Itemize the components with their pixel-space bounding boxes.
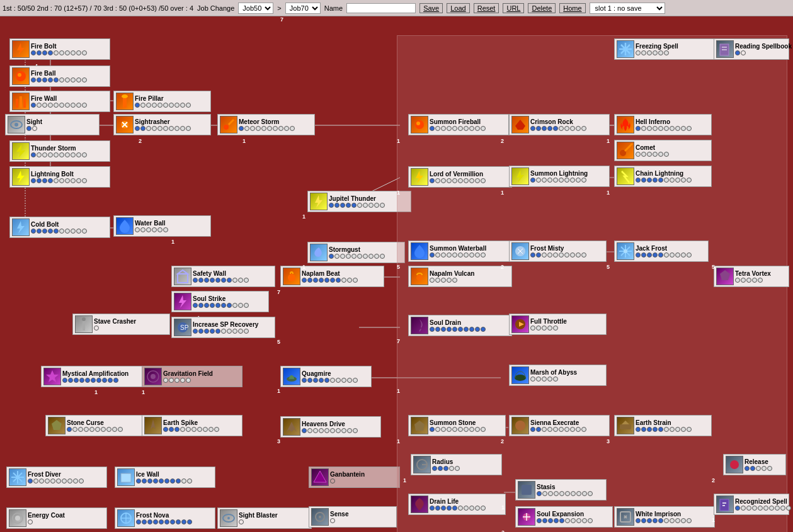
svg-rect-30 bbox=[23, 99, 26, 108]
skill-increase-sp[interactable]: SP Increase SP Recovery bbox=[171, 317, 275, 338]
skill-summon-lightning[interactable]: Summon Lightning bbox=[509, 166, 610, 187]
skill-drain-life[interactable]: Drain Life bbox=[408, 494, 506, 515]
skill-summon-stone[interactable]: Summon Stone bbox=[408, 415, 506, 436]
skill-sight[interactable]: Sight bbox=[5, 114, 100, 135]
skill-icon-release bbox=[726, 456, 743, 473]
skill-icon-frost-diver bbox=[9, 468, 26, 486]
svg-point-43 bbox=[122, 94, 128, 98]
skill-icon-soul-strike bbox=[174, 293, 191, 310]
save-button[interactable]: Save bbox=[419, 3, 443, 13]
skill-recognized-spell[interactable]: Recognized Spell bbox=[714, 494, 789, 515]
svg-point-83 bbox=[515, 375, 526, 381]
svg-rect-28 bbox=[16, 99, 18, 108]
skill-icon-stone-curse bbox=[48, 417, 66, 434]
skill-soul-strike[interactable]: Soul Strike bbox=[171, 291, 269, 312]
skill-mystical-amp[interactable]: Mystical Amplification bbox=[41, 366, 154, 387]
skill-reading-spellbook[interactable]: Reading Spellbook bbox=[714, 38, 789, 60]
skill-soul-expansion[interactable]: Soul Expansion bbox=[515, 506, 613, 528]
skill-stasis[interactable]: Stasis bbox=[515, 479, 607, 501]
skill-comet[interactable]: Comet bbox=[614, 140, 712, 161]
svg-marker-87 bbox=[622, 421, 629, 424]
skill-release[interactable]: Release bbox=[723, 454, 786, 475]
svg-marker-35 bbox=[17, 221, 25, 234]
job-from-select[interactable]: Job50 bbox=[238, 3, 273, 14]
url-button[interactable]: URL bbox=[503, 3, 524, 13]
skill-jack-frost[interactable]: Jack Frost bbox=[614, 241, 709, 262]
skill-icon-mystical-amp bbox=[43, 368, 61, 385]
skill-safety-wall[interactable]: Safety Wall bbox=[171, 266, 275, 287]
skill-ice-wall[interactable]: Ice Wall bbox=[115, 467, 215, 488]
skill-chain-lightning[interactable]: Chain Lightning bbox=[614, 166, 712, 187]
skill-freezing-spell[interactable]: Freezing Spell bbox=[614, 38, 715, 60]
skill-ganbantein[interactable]: Ganbantein bbox=[309, 467, 400, 488]
svg-marker-25 bbox=[17, 43, 25, 55]
delete-button[interactable]: Delete bbox=[528, 3, 556, 13]
skill-full-throttle[interactable]: Full Throttle bbox=[509, 314, 607, 335]
skill-icon-frost-nova bbox=[117, 509, 135, 527]
skill-fire-pillar[interactable]: Fire Pillar bbox=[113, 91, 211, 112]
svg-point-57 bbox=[227, 517, 230, 519]
load-button[interactable]: Load bbox=[447, 3, 469, 13]
name-input[interactable] bbox=[346, 3, 416, 13]
skill-crimson-rock[interactable]: Crimson Rock bbox=[509, 114, 610, 135]
skill-summon-waterball[interactable]: Summon Waterball bbox=[408, 241, 512, 262]
skill-stormgust[interactable]: Stormgust bbox=[307, 242, 405, 263]
skill-tetra-vortex[interactable]: Tetra Vortex bbox=[714, 266, 789, 287]
svg-rect-29 bbox=[20, 96, 22, 108]
skill-naplam-beat[interactable]: Naplam Beat bbox=[280, 266, 384, 287]
skill-meteor-storm[interactable]: Meteor Storm bbox=[217, 114, 315, 135]
skill-marsh-abyss[interactable]: Marsh of Abyss bbox=[509, 365, 607, 386]
skill-icon-sienna-execrate bbox=[511, 417, 529, 434]
skill-icon-fire-wall bbox=[12, 93, 30, 110]
job-to-select[interactable]: Job70 bbox=[285, 3, 321, 14]
skill-soul-drain[interactable]: Soul Drain bbox=[408, 315, 512, 336]
skill-stone-curse[interactable]: Stone Curse bbox=[45, 415, 143, 436]
skill-radius[interactable]: Radius bbox=[411, 454, 502, 475]
skill-frost-misty[interactable]: Frost Misty bbox=[509, 241, 607, 262]
skill-stave-crasher[interactable]: Stave Crasher bbox=[72, 314, 170, 335]
reset-button[interactable]: Reset bbox=[474, 3, 499, 13]
skill-frost-diver[interactable]: Frost Diver bbox=[6, 467, 107, 488]
skill-icon-hell-inferno bbox=[617, 116, 634, 133]
slot-select[interactable]: slot 1 : no save bbox=[590, 3, 665, 14]
skill-icon-recognized-spell bbox=[716, 495, 734, 513]
skill-quagmire[interactable]: Quagmire bbox=[280, 366, 372, 387]
skill-icon-lightning-bolt bbox=[12, 168, 30, 186]
skill-icon-jack-frost bbox=[617, 242, 634, 260]
skill-summon-fireball[interactable]: Summon Fireball bbox=[408, 114, 509, 135]
skill-hell-inferno[interactable]: Hell Inferno bbox=[614, 114, 712, 135]
skill-thunder-storm[interactable]: Thunder Storm bbox=[9, 140, 110, 162]
svg-marker-46 bbox=[178, 270, 188, 274]
skill-white-imprison[interactable]: White Imprison bbox=[614, 506, 715, 528]
skill-energy-coat[interactable]: Energy Coat bbox=[6, 507, 107, 529]
skill-heavens-drive[interactable]: Heavens Drive bbox=[280, 416, 381, 438]
skill-cold-bolt[interactable]: Cold Bolt bbox=[9, 217, 110, 238]
skill-jupitel-thunder[interactable]: Jupitel Thunder bbox=[307, 191, 411, 212]
skill-water-ball[interactable]: Water Ball bbox=[113, 215, 211, 237]
skill-fire-ball[interactable]: Fire Ball bbox=[9, 65, 110, 87]
skill-icon-sightrasher bbox=[116, 116, 134, 133]
skill-sight-blaster[interactable]: Sight Blaster bbox=[217, 507, 312, 529]
skill-icon-reading-spellbook bbox=[716, 40, 734, 58]
skill-sense[interactable]: Sense bbox=[309, 506, 397, 528]
skill-icon-marsh-abyss bbox=[511, 366, 529, 384]
skill-earth-spike[interactable]: Earth Spike bbox=[142, 415, 242, 436]
skill-earth-strain[interactable]: Earth Strain bbox=[614, 415, 712, 436]
skill-napalm-vulcan[interactable]: Napalm Vulcan bbox=[408, 266, 512, 287]
skill-lightning-bolt[interactable]: Lightning Bolt bbox=[9, 166, 110, 188]
svg-marker-65 bbox=[314, 471, 326, 482]
skill-sightrasher[interactable]: Sightrasher bbox=[113, 114, 211, 135]
home-button[interactable]: Home bbox=[559, 3, 585, 13]
skill-fire-wall[interactable]: Fire Wall bbox=[9, 91, 110, 112]
skill-fire-bolt[interactable]: Fire Bolt bbox=[9, 38, 110, 60]
skill-sienna-execrate[interactable]: Sienna Execrate bbox=[509, 415, 610, 436]
skill-lord-vermillion[interactable]: Lord of Vermillion bbox=[408, 166, 512, 188]
svg-point-27 bbox=[18, 73, 21, 77]
skill-icon-fire-pillar bbox=[116, 93, 134, 110]
skill-icon-chain-lightning bbox=[617, 167, 634, 185]
skill-icon-earth-spike bbox=[144, 417, 162, 434]
skill-gravitation[interactable]: Gravitation Field bbox=[142, 366, 242, 387]
svg-marker-48 bbox=[179, 295, 186, 308]
skill-frost-nova[interactable]: Frost Nova bbox=[115, 507, 215, 529]
svg-marker-33 bbox=[16, 145, 25, 157]
